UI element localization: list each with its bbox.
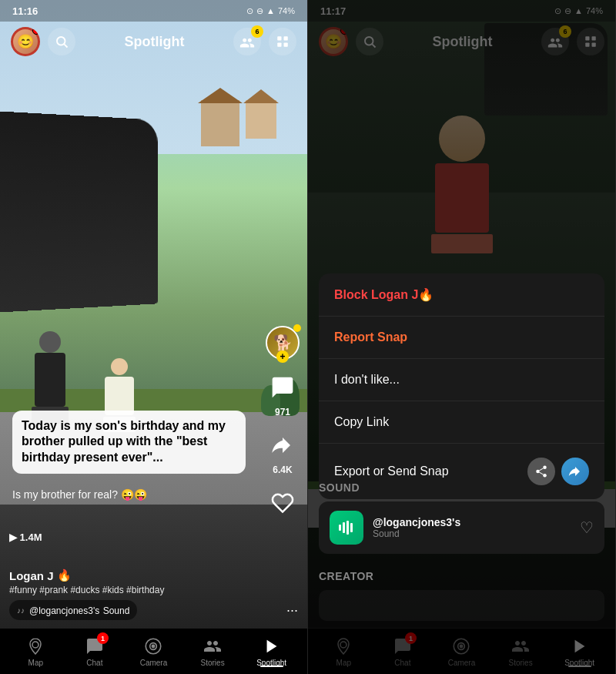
heart-icon [266,486,300,520]
map-label: Map [28,659,43,667]
copy-link-button[interactable]: Copy Link [319,401,604,444]
share-icon [266,428,300,462]
signal-icon: ▲ [266,6,275,15]
nav-item-chat[interactable]: 1 Chat [72,635,118,667]
side-actions: 🐕 + 971 6.4K [266,326,300,520]
svg-rect-24 [346,521,349,535]
svg-point-9 [152,645,155,647]
map-svg [26,637,45,656]
svg-line-21 [539,468,543,471]
sound-sub: Sound [103,605,130,616]
block-button[interactable]: Block Logan J🔥 [319,273,604,317]
search-button[interactable] [48,28,75,55]
stories-label: Stories [201,659,225,667]
circle-icon: ⊖ [256,6,263,16]
status-icons: ⊙ ⊖ ▲ 74% [246,6,295,16]
creator-name: Logan J 🔥 [9,568,253,582]
chat-icon: 1 [84,635,105,657]
right-panel: 11:17 ⊙ ⊖ ▲ 74% 😊 Spotlight 6 [308,0,616,674]
svg-rect-25 [350,523,353,532]
chat-bubble-icon [270,375,295,400]
stories-grid-button[interactable] [269,28,296,55]
chat-label: Chat [86,659,102,667]
soundwave-icon [337,518,356,537]
nav-item-stories[interactable]: Stories [189,635,236,667]
svg-point-6 [32,642,38,648]
left-panel: 11:16 ⊙ ⊖ ▲ 74% 😊 Spotlight 6 [0,0,308,674]
svg-point-17 [543,466,547,470]
status-bar: 11:16 ⊙ ⊖ ▲ 74% [0,0,307,22]
avatar[interactable]: 😊 [11,27,40,56]
svg-marker-10 [266,640,276,653]
heart-outline-icon [271,491,294,515]
comment-button[interactable]: 971 [266,371,300,417]
svg-rect-23 [343,522,345,533]
spotlight-icon [261,635,283,657]
dislike-button[interactable]: I don't like... [319,359,604,401]
sound-label: Sound [373,528,571,539]
nav-left: 😊 [11,27,75,56]
svg-point-0 [57,37,65,45]
forward-icon [271,434,294,457]
stories-icon [202,635,223,657]
grid-icon [276,35,290,49]
svg-point-18 [536,470,540,474]
sound-section: Sound @logancjones3's Sound ♡ [319,481,604,554]
camera-svg [143,636,163,656]
svg-rect-2 [277,36,281,40]
more-options-button[interactable]: ··· [286,602,298,619]
stories-svg [203,637,222,656]
chat-badge: 1 [97,632,109,644]
nav-item-spotlight[interactable]: Spotlight [249,635,295,667]
hashtags: #funny #prank #ducks #kids #birthday [9,585,253,595]
comment-count: 971 [275,407,290,417]
send-arrow-icon [568,464,582,478]
video-caption: Today is my son's birthday and my brothe… [12,411,246,474]
svg-rect-22 [339,525,341,531]
creator-section: Creator [319,570,604,621]
fire-emoji: 🔥 [57,568,72,582]
report-snap-button[interactable]: Report Snap [319,317,604,359]
top-nav: 😊 Spotlight 6 [0,22,307,62]
status-time: 11:16 [12,5,38,17]
map-icon [25,635,46,657]
bottom-nav-left: Map 1 Chat Camera Stories Spotlight [0,628,307,674]
sound-chip[interactable]: ♪♪ @logancjones3's Sound [9,600,137,620]
sound-info: @logancjones3's Sound [373,516,571,539]
sound-section-label: Sound [319,481,604,494]
share-count: 6.4K [273,464,292,475]
sound-account-name: @logancjones3's [373,516,571,528]
nav-item-map[interactable]: Map [12,635,59,667]
notification-dot [32,27,40,35]
active-indicator [260,666,283,667]
svg-rect-5 [283,43,287,47]
sound-like-button[interactable]: ♡ [580,518,594,537]
comment-icon [266,371,300,404]
video-sub-caption: Is my brother for real? 😜😜 [12,488,246,501]
follow-plus[interactable]: + [276,350,289,363]
svg-rect-3 [283,36,287,40]
add-friends-badge: 6 [251,25,263,38]
camera-icon [142,635,164,657]
creator-section-label: Creator [319,570,604,582]
svg-rect-4 [277,43,281,47]
share-button[interactable]: 6.4K [266,428,300,475]
svg-line-20 [539,472,543,474]
play-icon [263,638,280,655]
nav-item-camera[interactable]: Camera [130,635,176,667]
search-icon [55,35,69,49]
bottom-info: Logan J 🔥 #funny #prank #ducks #kids #bi… [9,568,253,620]
add-friends-icon [239,35,255,49]
creator-card-blur [319,590,604,621]
like-button[interactable] [266,486,300,520]
music-note-icon: ♪♪ [17,606,25,615]
views-count: ▶ 1.4M [9,531,42,543]
page-title: Spotlight [125,34,185,50]
video-background [0,0,307,628]
sound-card[interactable]: @logancjones3's Sound ♡ [319,501,604,554]
battery-icon: 74% [278,6,295,15]
add-friends-button[interactable]: 6 [233,28,261,55]
alarm-icon: ⊙ [246,6,253,16]
sound-thumbnail [330,511,363,545]
share-circle-icon [534,464,548,478]
